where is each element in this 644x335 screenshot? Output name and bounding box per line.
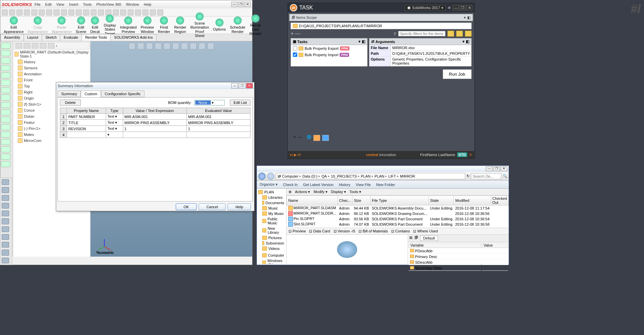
- toolbar-icon[interactable]: [76, 9, 82, 15]
- taskpane-icon[interactable]: [1, 87, 10, 93]
- chevron-down-icon[interactable]: ▾: [359, 39, 361, 44]
- minus-icon[interactable]: —: [298, 135, 301, 141]
- menu-help[interactable]: Help: [144, 2, 151, 6]
- arg-value[interactable]: Generic Properties, Configuration Specif…: [391, 57, 471, 66]
- forward-button[interactable]: [267, 173, 274, 180]
- toolbar-item[interactable]: Organize ▾: [260, 182, 278, 187]
- taskpane-icon[interactable]: [1, 50, 10, 56]
- minus-icon[interactable]: —: [295, 31, 300, 37]
- youtube-icon[interactable]: ▶: [294, 153, 297, 157]
- close-icon[interactable]: ✕: [466, 5, 472, 10]
- taskpane-icon[interactable]: [1, 109, 10, 115]
- chevron-right-icon[interactable]: ›: [56, 44, 57, 48]
- dialog-tab[interactable]: Configuration Specific: [101, 90, 144, 97]
- taskpane-icon[interactable]: [1, 117, 10, 123]
- scene-icon[interactable]: [181, 43, 188, 49]
- menu-window[interactable]: Window: [126, 2, 139, 6]
- toolbar-icon[interactable]: [24, 9, 30, 15]
- detail-tab[interactable]: ⊡ Preview: [289, 229, 306, 233]
- arg-value[interactable]: MIRROR.xlsx: [391, 45, 471, 50]
- ok-button[interactable]: OK: [176, 203, 197, 210]
- breadcrumb[interactable]: Data (D:): [302, 174, 317, 178]
- taskpane-icon[interactable]: [1, 43, 10, 49]
- minimize-icon[interactable]: —: [231, 83, 238, 88]
- delete-button[interactable]: Delete: [60, 100, 81, 106]
- cube-icon[interactable]: [456, 31, 463, 37]
- chevron-down-icon[interactable]: ▾: [464, 15, 466, 20]
- tree-item[interactable]: Public Music: [258, 216, 285, 226]
- toolbar-icon[interactable]: [2, 9, 8, 15]
- file-row[interactable]: MIRROR_PART.SLDASMAdmin94.44 KBSOLIDWORK…: [287, 206, 509, 211]
- file-row[interactable]: Pin.SLDPRTAdmin93.56 KBSOLIDWORKS Part D…: [287, 216, 509, 222]
- maximize-icon[interactable]: ❐: [239, 83, 245, 88]
- tree-item[interactable]: Annotation: [14, 71, 90, 77]
- command-button[interactable]: ScheduleRender: [229, 16, 247, 34]
- tree-item[interactable]: Computer: [258, 253, 285, 258]
- props-icon[interactable]: ⊞: [409, 235, 412, 241]
- tree-item[interactable]: New Library: [258, 226, 285, 235]
- command-button[interactable]: DisplayStatesTarget: [102, 14, 117, 36]
- search-icon[interactable]: 🔍: [503, 174, 507, 178]
- command-button[interactable]: IntegratedPreview: [118, 16, 138, 34]
- property-row[interactable]: Secondary Desc: [409, 266, 508, 271]
- column-header[interactable]: Chec...: [338, 196, 352, 206]
- hide-icon[interactable]: [172, 43, 179, 49]
- toolbar-icon[interactable]: [46, 9, 52, 15]
- mail-icon[interactable]: ✉: [298, 153, 301, 157]
- bom-quantity-select[interactable]: - None - ▾: [194, 100, 225, 106]
- props-tab-default[interactable]: Default: [420, 235, 438, 241]
- task-item[interactable]: Bulk Property Import PRM: [291, 51, 367, 58]
- taskbar-icon[interactable]: [2, 258, 9, 263]
- command-button[interactable]: FinalRender: [157, 16, 171, 34]
- maximize-icon[interactable]: ❐: [493, 166, 500, 171]
- filter-icon[interactable]: ⚲: [394, 32, 396, 36]
- chevron-down-icon[interactable]: ▾: [463, 39, 465, 44]
- toolbar-icon[interactable]: [142, 9, 148, 15]
- taskpane-icon[interactable]: [1, 146, 10, 152]
- tree-item[interactable]: My Music: [258, 211, 285, 216]
- tree-item[interactable]: Music: [258, 206, 285, 211]
- property-row[interactable]: 3REVISIONText ▾11: [60, 126, 250, 132]
- pin-icon[interactable]: ◧: [362, 39, 365, 44]
- column-header[interactable]: Evaluated Value: [187, 108, 250, 114]
- file-row[interactable]: MIRROR_PART.SLDDR...Admin98.12 KBSOLIDWO…: [287, 211, 509, 216]
- toolbar-icon[interactable]: [157, 9, 163, 15]
- column-header[interactable]: [60, 108, 67, 114]
- minimize-icon[interactable]: —: [486, 166, 493, 171]
- command-button[interactable]: EditAppearance: [2, 16, 25, 34]
- toolbar-icon[interactable]: [91, 9, 97, 15]
- command-button[interactable]: SceneIlluminationProofSheet: [189, 12, 210, 38]
- toolbar-item[interactable]: View File: [356, 183, 371, 187]
- address-bar[interactable]: 🖳 Computer ▸ Data (D:) ▸ QA ▸ 10_PROJECT…: [276, 173, 465, 179]
- menu-file[interactable]: File: [35, 2, 41, 6]
- taskbar-icon[interactable]: [2, 203, 9, 209]
- menu-insert[interactable]: Insert: [69, 2, 78, 6]
- toolbar-icon[interactable]: [128, 9, 134, 15]
- menu-view[interactable]: View: [56, 2, 64, 6]
- detail-tab[interactable]: ⊡ Bill of Materials: [359, 229, 388, 233]
- view-icon[interactable]: [207, 43, 214, 49]
- action-menu[interactable]: Modify ▾: [313, 190, 327, 194]
- tool-icon[interactable]: [322, 135, 329, 141]
- taskbar-icon[interactable]: [2, 242, 9, 248]
- breadcrumb[interactable]: 10_PROJECTS: [331, 174, 357, 178]
- task-checkbox[interactable]: [293, 46, 297, 50]
- taskpane-icon[interactable]: [1, 95, 10, 101]
- cube-icon[interactable]: [447, 31, 454, 37]
- task-checkbox[interactable]: [293, 52, 297, 57]
- column-header[interactable]: Type: [106, 108, 123, 114]
- command-button[interactable]: EditScene: [74, 16, 88, 34]
- toolbar-icon[interactable]: [54, 9, 60, 15]
- taskpane-icon[interactable]: [1, 154, 10, 160]
- property-row[interactable]: Primary Desc: [409, 254, 508, 259]
- toolbar-icon[interactable]: [9, 9, 15, 15]
- breadcrumb[interactable]: PLAN: [375, 174, 384, 178]
- command-button[interactable]: PasteAppearance: [50, 16, 73, 34]
- tree-item[interactable]: Documents: [258, 200, 285, 206]
- taskpane-icon[interactable]: [1, 139, 10, 145]
- property-row[interactable]: SDescAbb: [409, 260, 508, 265]
- column-header[interactable]: Name: [287, 196, 338, 206]
- command-button[interactable]: Options: [212, 18, 227, 32]
- taskpane-icon[interactable]: [1, 132, 10, 138]
- toolbar-icon[interactable]: [61, 9, 67, 15]
